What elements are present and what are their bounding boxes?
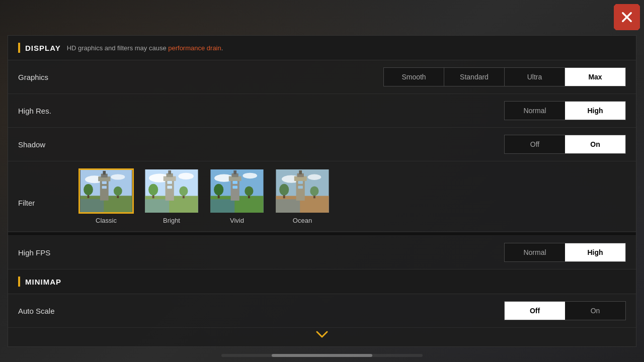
svg-rect-41: [232, 181, 237, 184]
filter-row: Filter: [8, 161, 636, 232]
scrollbar-track[interactable]: [221, 354, 423, 357]
svg-point-34: [243, 173, 257, 178]
high-fps-high-button[interactable]: High: [565, 243, 625, 261]
auto-scale-row: Auto Scale Off On: [8, 294, 636, 328]
svg-point-59: [279, 184, 289, 196]
filter-ocean-name: Ocean: [293, 217, 312, 224]
shadow-label: Shadow: [18, 140, 504, 149]
high-fps-row: High FPS Normal High: [8, 236, 636, 269]
svg-point-29: [148, 184, 158, 196]
shadow-button-group: Off On: [504, 135, 626, 154]
graphics-standard-button[interactable]: Standard: [444, 68, 505, 86]
filter-classic-thumb: [78, 168, 134, 214]
subtitle-end: .: [221, 44, 223, 52]
auto-scale-off-button[interactable]: Off: [505, 302, 565, 320]
shadow-off-button[interactable]: Off: [505, 135, 565, 153]
auto-scale-label: Auto Scale: [18, 307, 504, 315]
svg-rect-25: [168, 170, 171, 174]
filter-bright-scene: [145, 169, 198, 213]
svg-point-16: [114, 187, 122, 196]
display-subtitle: HD graphics and filters may cause perfor…: [67, 44, 223, 52]
high-fps-button-group: Normal High: [504, 243, 626, 262]
high-fps-label: High FPS: [18, 248, 504, 257]
section-divider: [8, 232, 636, 236]
svg-rect-51: [276, 199, 300, 213]
svg-rect-6: [80, 199, 104, 212]
chevron-down-icon: [316, 331, 328, 338]
shadow-on-button[interactable]: On: [565, 135, 625, 153]
svg-rect-40: [233, 170, 236, 174]
filter-ocean-thumb: [275, 168, 330, 214]
graphics-label: Graphics: [18, 73, 383, 81]
auto-scale-button-group: Off On: [504, 301, 626, 320]
svg-rect-21: [145, 199, 169, 213]
svg-rect-57: [298, 186, 303, 189]
filter-bright-thumb: [144, 168, 199, 214]
svg-point-49: [308, 174, 321, 180]
minimap-indicator: [18, 277, 20, 287]
high-res-button-group: Normal High: [504, 101, 626, 120]
close-button[interactable]: [614, 4, 640, 30]
display-title: DISPLAY: [25, 44, 61, 52]
high-res-label: High Res.: [18, 107, 504, 115]
svg-point-14: [84, 184, 93, 195]
filter-ocean-scene: [276, 169, 329, 213]
bottom-scrollbar-area: [8, 354, 636, 357]
filter-vivid-name: Vivid: [230, 217, 244, 224]
svg-rect-56: [298, 181, 303, 184]
filter-vivid-scene: [210, 169, 264, 213]
svg-point-31: [179, 186, 188, 196]
high-res-normal-button[interactable]: Normal: [505, 102, 565, 120]
svg-rect-10: [103, 171, 106, 174]
svg-point-61: [310, 186, 318, 196]
main-panel: DISPLAY HD graphics and filters may caus…: [8, 35, 636, 347]
filter-bright-name: Bright: [163, 217, 180, 224]
svg-rect-12: [102, 186, 107, 189]
svg-rect-36: [210, 199, 234, 213]
svg-point-46: [245, 186, 253, 196]
svg-rect-27: [167, 186, 172, 189]
shadow-row: Shadow Off On: [8, 128, 636, 161]
svg-rect-26: [167, 181, 172, 184]
svg-rect-11: [102, 181, 107, 184]
warning-text: performance drain: [168, 44, 221, 52]
svg-point-44: [214, 184, 223, 196]
minimap-section-header: MINIMAP: [8, 269, 636, 294]
filter-vivid-item[interactable]: Vivid: [209, 168, 265, 224]
svg-point-19: [178, 173, 194, 179]
filter-classic-scene: [80, 170, 132, 212]
high-fps-normal-button[interactable]: Normal: [505, 243, 565, 261]
scroll-chevron[interactable]: [8, 328, 636, 341]
high-res-row: High Res. Normal High: [8, 94, 636, 128]
minimap-title: MINIMAP: [25, 278, 61, 286]
graphics-smooth-button[interactable]: Smooth: [384, 68, 444, 86]
filter-options: Classic: [78, 168, 626, 224]
graphics-ultra-button[interactable]: Ultra: [505, 68, 565, 86]
filter-label: Filter: [18, 168, 78, 207]
svg-rect-55: [299, 170, 302, 174]
display-section-header: DISPLAY HD graphics and filters may caus…: [8, 36, 636, 60]
filter-bright-item[interactable]: Bright: [144, 168, 199, 224]
svg-rect-42: [232, 186, 237, 189]
graphics-button-group: Smooth Standard Ultra Max: [383, 67, 626, 86]
filter-classic-item[interactable]: Classic: [78, 168, 134, 224]
filter-ocean-item[interactable]: Ocean: [275, 168, 330, 224]
auto-scale-on-button[interactable]: On: [565, 302, 625, 320]
svg-point-4: [111, 174, 125, 179]
filter-vivid-thumb: [209, 168, 265, 214]
graphics-row: Graphics Smooth Standard Ultra Max: [8, 60, 636, 94]
subtitle-text: HD graphics and filters may cause: [67, 44, 169, 52]
high-res-high-button[interactable]: High: [565, 102, 625, 120]
filter-classic-name: Classic: [96, 217, 117, 224]
scrollbar-thumb[interactable]: [272, 354, 372, 357]
graphics-max-button[interactable]: Max: [565, 68, 625, 86]
display-indicator: [18, 43, 20, 53]
